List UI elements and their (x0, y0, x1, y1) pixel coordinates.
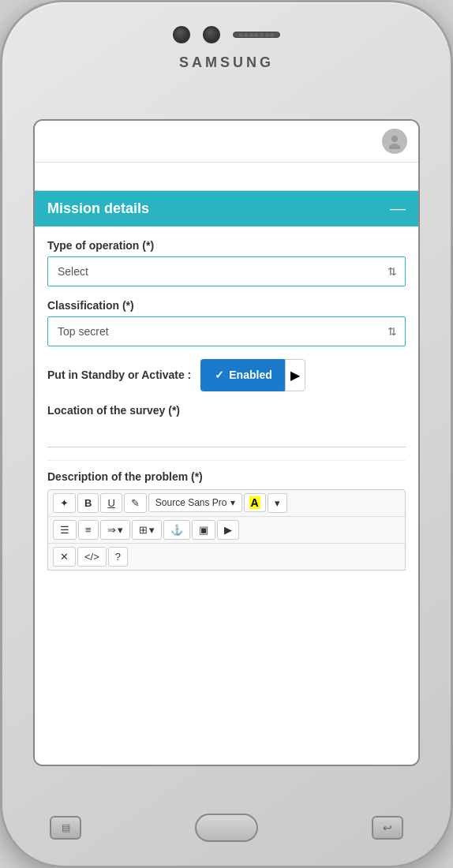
classification-label: Classification (*) (47, 299, 406, 312)
link-icon: ⚓ (170, 524, 183, 536)
magic-icon: ✦ (60, 497, 69, 509)
home-button[interactable] (195, 814, 258, 842)
type-of-operation-select-wrapper: Select Option 1 Option 2 ⇅ (47, 256, 406, 286)
font-arrow-icon: ▾ (230, 497, 235, 508)
standby-label: Put in Standby or Activate : (47, 369, 191, 381)
unordered-list-button[interactable]: ☰ (53, 520, 77, 540)
font-selector[interactable]: Source Sans Pro ▾ (148, 493, 242, 512)
type-of-operation-select[interactable]: Select Option 1 Option 2 (48, 257, 405, 286)
screen-nav (35, 163, 418, 191)
separator (47, 460, 406, 461)
toolbar-row-3: ✕ </> ? (48, 544, 405, 570)
type-of-operation-group: Type of operation (*) Select Option 1 Op… (47, 239, 406, 286)
location-label: Location of the survey (*) (47, 404, 406, 417)
delete-button[interactable]: ✕ (53, 547, 76, 567)
toolbar-row-1: ✦ B U ✎ Source Sans Pro ▾ (48, 490, 405, 517)
code-icon: </> (84, 551, 99, 563)
font-color-letter: A (249, 496, 260, 509)
location-input[interactable] (47, 421, 406, 447)
indent-icon: ⇒ (107, 524, 116, 536)
underline-button[interactable]: U (100, 493, 122, 513)
toolbar-row-2: ☰ ≡ ⇒ ▾ ⊞ ▾ (48, 517, 405, 544)
classification-group: Classification (*) Top secret Secret Con… (47, 299, 406, 346)
description-label: Description of the problem (*) (47, 470, 406, 483)
check-icon: ✓ (215, 369, 224, 381)
avatar[interactable] (382, 129, 407, 154)
location-group: Location of the survey (*) (47, 404, 406, 447)
table-arrow: ▾ (149, 524, 155, 536)
brand-label: SAMSUNG (179, 54, 274, 71)
back-icon: ↩ (383, 821, 392, 834)
camera-row (173, 26, 280, 43)
description-section: Description of the problem (*) ✦ B U (47, 470, 406, 571)
speaker-camera-icon (203, 26, 220, 43)
video-button[interactable]: ▶ (217, 520, 239, 540)
section-title: Mission details (47, 200, 149, 217)
color-arrow-button[interactable]: ▾ (268, 493, 287, 513)
help-button[interactable]: ? (108, 547, 128, 567)
section-header: Mission details — (35, 191, 418, 226)
magic-button[interactable]: ✦ (53, 493, 76, 513)
enabled-button[interactable]: ✓ Enabled (200, 359, 286, 391)
type-of-operation-label: Type of operation (*) (47, 239, 406, 252)
code-button[interactable]: </> (77, 547, 107, 567)
link-button[interactable]: ⚓ (163, 520, 190, 540)
bold-button[interactable]: B (77, 493, 99, 513)
table-button[interactable]: ⊞ ▾ (132, 520, 162, 540)
classification-select-wrapper: Top secret Secret Confidential Unclassif… (47, 316, 406, 346)
indent-arrow: ▾ (118, 524, 123, 536)
font-name: Source Sans Pro (155, 497, 227, 508)
collapse-button[interactable]: — (390, 200, 406, 216)
bold-icon: B (84, 497, 92, 509)
ol-icon: ≡ (85, 524, 92, 536)
indent-button[interactable]: ⇒ ▾ (100, 520, 130, 540)
toggle-wrapper: ✓ Enabled ▶ (200, 359, 305, 391)
editor-toolbar: ✦ B U ✎ Source Sans Pro ▾ (47, 489, 406, 571)
image-button[interactable]: ▣ (192, 520, 215, 540)
standby-row: Put in Standby or Activate : ✓ Enabled ▶ (47, 359, 406, 391)
back-button[interactable]: ↩ (372, 816, 403, 840)
camera-icon (173, 26, 190, 43)
help-icon: ? (115, 551, 121, 563)
delete-icon: ✕ (60, 551, 69, 563)
toggle-arrow-button[interactable]: ▶ (285, 359, 305, 391)
toggle-chevron-icon: ▶ (290, 369, 300, 382)
phone-top: SAMSUNG (18, 26, 435, 71)
svg-point-1 (389, 144, 400, 149)
ordered-list-button[interactable]: ≡ (78, 520, 99, 540)
classification-select[interactable]: Top secret Secret Confidential Unclassif… (48, 317, 405, 346)
eraser-icon: ✎ (131, 497, 140, 509)
table-icon: ⊞ (139, 524, 148, 536)
ul-icon: ☰ (60, 524, 69, 536)
screen-header (35, 121, 418, 163)
font-color-button[interactable]: A (244, 493, 266, 512)
screen: Mission details — Type of operation (*) … (33, 119, 420, 766)
enabled-label: Enabled (229, 369, 271, 381)
color-arrow-icon: ▾ (275, 497, 280, 509)
phone-frame: SAMSUNG Mission details — Type of operat… (0, 0, 453, 868)
eraser-button[interactable]: ✎ (124, 493, 147, 513)
image-icon: ▣ (199, 524, 208, 536)
video-icon: ▶ (224, 524, 232, 536)
svg-point-0 (391, 136, 398, 142)
underline-icon: U (107, 497, 114, 509)
form-area: Type of operation (*) Select Option 1 Op… (35, 226, 418, 765)
phone-bottom: ▤ ↩ (18, 814, 435, 842)
menu-button[interactable]: ▤ (50, 816, 81, 840)
menu-icon: ▤ (62, 822, 70, 833)
speaker-grille (233, 32, 280, 38)
